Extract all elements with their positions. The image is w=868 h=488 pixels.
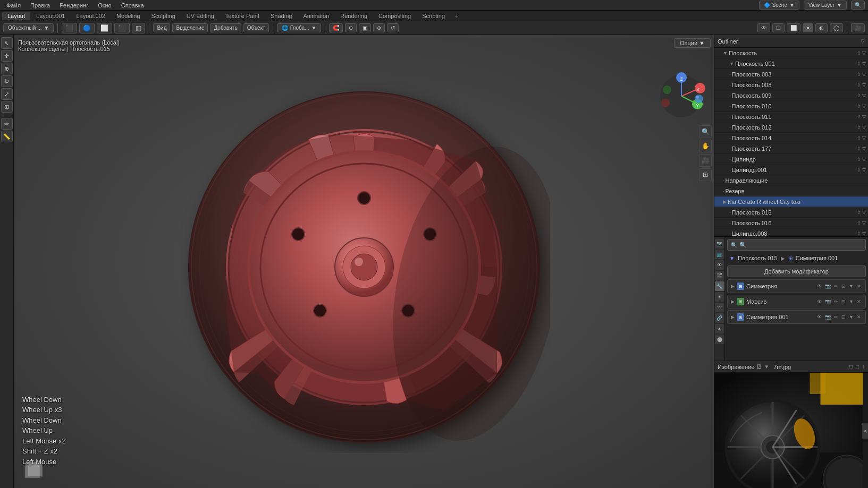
xray-toggle[interactable]: ☐ bbox=[772, 23, 785, 32]
outliner-item-12[interactable]: ·Направляющие bbox=[714, 175, 868, 186]
prop-modifier-icon[interactable]: 🔧 bbox=[715, 281, 724, 291]
annotate-tool[interactable]: ✏ bbox=[1, 118, 13, 130]
ol-visibility-10[interactable]: ⇧ bbox=[857, 157, 861, 162]
ol-camera-15[interactable]: ▽ bbox=[862, 210, 866, 215]
ol-camera-6[interactable]: ▽ bbox=[862, 114, 866, 119]
prop-material-icon[interactable]: ⬤ bbox=[715, 335, 724, 344]
prop-output-icon[interactable]: 📺 bbox=[715, 250, 724, 259]
modifier-arr-close[interactable]: ✕ bbox=[856, 298, 862, 305]
modifier-sym-render[interactable]: 📷 bbox=[824, 283, 832, 289]
select-btn[interactable]: Выделение bbox=[172, 23, 208, 32]
modifier-arr-cage[interactable]: ⊡ bbox=[840, 298, 847, 305]
cursor-tool[interactable]: ✛ bbox=[1, 50, 13, 62]
ol-visibility-1[interactable]: ⇧ bbox=[857, 61, 861, 66]
outliner-item-13[interactable]: ·Резерв bbox=[714, 186, 868, 196]
modifier-sym001-realtime[interactable]: 👁 bbox=[816, 314, 823, 320]
ol-camera-5[interactable]: ▽ bbox=[862, 104, 866, 109]
add-modifier-button[interactable]: Добавить модификатор bbox=[727, 266, 866, 277]
tab-scripting[interactable]: Scripting bbox=[417, 12, 450, 20]
view-btn[interactable]: Вид bbox=[153, 23, 170, 32]
proportional-edit[interactable]: ⊙ bbox=[345, 23, 357, 32]
render-icon-2[interactable]: 🔵 bbox=[79, 23, 95, 33]
camera-btn[interactable]: 🎥 bbox=[699, 154, 712, 167]
scale-tool[interactable]: ⤢ bbox=[1, 88, 13, 100]
image-header-btn3[interactable]: ↑ bbox=[862, 364, 865, 370]
prop-physics-icon[interactable]: 〰 bbox=[715, 303, 724, 312]
modifier-symmetry-expand[interactable]: ▶ bbox=[731, 284, 735, 289]
icon-btn-1[interactable]: ▣ bbox=[359, 23, 371, 32]
modifier-sym-realtime[interactable]: 👁 bbox=[816, 283, 823, 289]
menu-window[interactable]: Окно bbox=[94, 1, 116, 10]
modifier-arr-edit[interactable]: ✏ bbox=[833, 298, 839, 305]
shading-solid[interactable]: ● bbox=[803, 23, 813, 32]
outliner-item-11[interactable]: ·Цилиндр.001⇧▽ bbox=[714, 165, 868, 175]
render-icon-4[interactable]: ⬛ bbox=[114, 23, 130, 33]
tab-uv-editing[interactable]: UV Editing bbox=[181, 12, 220, 20]
modifier-sym001-dropdown[interactable]: ▼ bbox=[848, 314, 855, 320]
ol-camera-1[interactable]: ▽ bbox=[862, 61, 866, 66]
shading-material[interactable]: ◐ bbox=[815, 23, 828, 32]
outliner-item-4[interactable]: ·Плоскость.009⇧▽ bbox=[714, 90, 868, 101]
move-tool[interactable]: ⊕ bbox=[1, 63, 13, 74]
prop-render-icon[interactable]: 📷 bbox=[715, 239, 724, 249]
modifier-sym001-close[interactable]: ✕ bbox=[856, 314, 862, 320]
scene-selector[interactable]: 🔷 Scene ▼ bbox=[759, 1, 799, 10]
prop-constraints-icon[interactable]: 🔗 bbox=[715, 313, 724, 323]
ol-visibility-9[interactable]: ⇧ bbox=[857, 146, 861, 151]
tab-layout002[interactable]: Layout.002 bbox=[71, 12, 110, 20]
tab-sculpting[interactable]: Sculpting bbox=[146, 12, 181, 20]
ol-visibility-11[interactable]: ⇧ bbox=[857, 167, 861, 173]
add-btn[interactable]: Добавить bbox=[210, 23, 241, 32]
ol-camera-3[interactable]: ▽ bbox=[862, 82, 866, 88]
ol-camera-0[interactable]: ▽ bbox=[862, 50, 866, 56]
icon-btn-2[interactable]: ⊕ bbox=[373, 23, 385, 32]
options-button[interactable]: Опции ▼ bbox=[674, 38, 711, 48]
tab-rendering[interactable]: Rendering bbox=[335, 12, 373, 20]
grid-btn[interactable]: ⊞ bbox=[699, 168, 712, 181]
render-icon-3[interactable]: ⬜ bbox=[97, 23, 112, 33]
ol-visibility-5[interactable]: ⇧ bbox=[857, 104, 861, 109]
select-box-tool[interactable]: ↖ bbox=[1, 37, 13, 49]
outliner-filter-icon[interactable]: ▽ bbox=[861, 38, 865, 44]
global-search-button[interactable]: 🔍 bbox=[851, 1, 865, 10]
zoom-in-btn[interactable]: 🔍 bbox=[699, 125, 712, 138]
ol-camera-4[interactable]: ▽ bbox=[862, 93, 866, 98]
transform-orientation[interactable]: 🌐Глоба...▼ bbox=[277, 23, 322, 32]
tab-modeling[interactable]: Modeling bbox=[111, 12, 146, 20]
outliner-item-2[interactable]: ·Плоскость.003⇧▽ bbox=[714, 69, 868, 80]
snap-toggle[interactable]: 🧲 bbox=[329, 23, 343, 32]
render-icon-5[interactable]: ▥ bbox=[132, 23, 145, 33]
modifier-sym-dropdown[interactable]: ▼ bbox=[848, 283, 855, 289]
ol-camera-9[interactable]: ▽ bbox=[862, 146, 866, 151]
transform-tool[interactable]: ⊞ bbox=[1, 101, 13, 113]
shading-render[interactable]: ◯ bbox=[830, 23, 843, 32]
viewport[interactable]: Пользовательская ортогональ (Local) Колл… bbox=[14, 35, 714, 488]
ol-visibility-4[interactable]: ⇧ bbox=[857, 93, 861, 98]
ol-visibility-0[interactable]: ⇧ bbox=[857, 50, 861, 56]
modifier-sym-close[interactable]: ✕ bbox=[856, 283, 862, 289]
outliner-item-5[interactable]: ·Плоскость.010⇧▽ bbox=[714, 101, 868, 112]
properties-search-input[interactable] bbox=[739, 242, 862, 248]
menu-render[interactable]: Рендеринг bbox=[55, 1, 92, 10]
outliner-item-15[interactable]: ·Плоскость.015⇧▽ bbox=[714, 207, 868, 218]
prop-scene-icon[interactable]: 🎬 bbox=[715, 271, 724, 280]
mode-selector[interactable]: Объектный ...▼ bbox=[3, 23, 54, 32]
outliner-item-3[interactable]: ·Плоскость.008⇧▽ bbox=[714, 80, 868, 90]
ol-visibility-16[interactable]: ⇧ bbox=[857, 220, 861, 226]
image-header-btn1[interactable]: □ bbox=[849, 364, 853, 370]
menu-edit[interactable]: Правка bbox=[26, 1, 54, 10]
ol-camera-17[interactable]: ▽ bbox=[862, 231, 866, 236]
ol-visibility-8[interactable]: ⇧ bbox=[857, 135, 861, 141]
image-header-btn2[interactable]: □ bbox=[856, 364, 859, 370]
modifier-arr-dropdown[interactable]: ▼ bbox=[848, 298, 855, 305]
outliner-item-16[interactable]: ·Плоскость.016⇧▽ bbox=[714, 218, 868, 228]
view-layer-selector[interactable]: View Layer ▼ bbox=[804, 1, 847, 10]
modifier-arr-realtime[interactable]: 👁 bbox=[816, 298, 823, 305]
ol-visibility-7[interactable]: ⇧ bbox=[857, 125, 861, 130]
ol-camera-7[interactable]: ▽ bbox=[862, 125, 866, 130]
outliner-item-8[interactable]: ·Плоскость.014⇧▽ bbox=[714, 133, 868, 143]
prop-particles-icon[interactable]: ✴ bbox=[715, 292, 724, 302]
ol-camera-11[interactable]: ▽ bbox=[862, 167, 866, 173]
modifier-sym-edit[interactable]: ✏ bbox=[833, 283, 839, 289]
render-icon-1[interactable]: ⬛ bbox=[62, 23, 77, 33]
